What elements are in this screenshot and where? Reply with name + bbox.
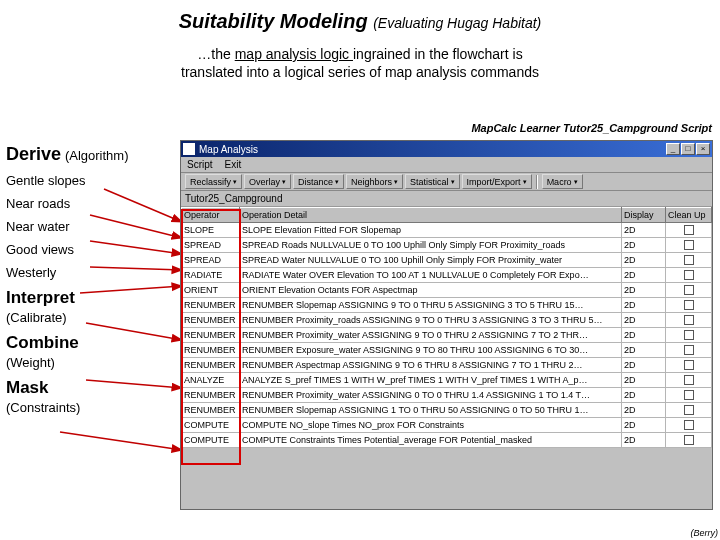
table-row[interactable]: SPREADSPREAD Roads NULLVALUE 0 TO 100 Up… bbox=[182, 238, 712, 253]
checkbox-icon[interactable] bbox=[684, 255, 694, 265]
close-button[interactable]: × bbox=[696, 143, 710, 155]
cell-detail: SPREAD Water NULLVALUE 0 TO 100 Uphill O… bbox=[240, 253, 622, 268]
tool-overlay[interactable]: Overlay▾ bbox=[244, 174, 291, 189]
checkbox-icon[interactable] bbox=[684, 420, 694, 430]
tool-reclassify[interactable]: Reclassify▾ bbox=[185, 174, 242, 189]
combine-sub: (Weight) bbox=[6, 355, 176, 370]
svg-line-7 bbox=[60, 432, 182, 450]
criterion-near-roads: Near roads bbox=[6, 196, 176, 211]
interpret-sub: (Calibrate) bbox=[6, 310, 176, 325]
cell-operator: SLOPE bbox=[182, 223, 240, 238]
col-cleanup[interactable]: Clean Up bbox=[666, 208, 712, 223]
cell-cleanup[interactable] bbox=[666, 298, 712, 313]
table-row[interactable]: ORIENTORIENT Elevation Octants FOR Aspec… bbox=[182, 283, 712, 298]
table-row[interactable]: SLOPESLOPE Elevation Fitted FOR Slopemap… bbox=[182, 223, 712, 238]
col-display[interactable]: Display bbox=[622, 208, 666, 223]
cell-detail: SPREAD Roads NULLVALUE 0 TO 100 Uphill O… bbox=[240, 238, 622, 253]
table-row[interactable]: COMPUTECOMPUTE Constraints Times Potenti… bbox=[182, 433, 712, 448]
maximize-button[interactable]: □ bbox=[681, 143, 695, 155]
minimize-button[interactable]: _ bbox=[666, 143, 680, 155]
cell-cleanup[interactable] bbox=[666, 223, 712, 238]
table-row[interactable]: ANALYZEANALYZE S_pref TIMES 1 WITH W_pre… bbox=[182, 373, 712, 388]
tool-statistical[interactable]: Statistical▾ bbox=[405, 174, 460, 189]
cell-detail: RADIATE Water OVER Elevation TO 100 AT 1… bbox=[240, 268, 622, 283]
derive-sub: (Algorithm) bbox=[65, 148, 129, 163]
cell-operator: COMPUTE bbox=[182, 433, 240, 448]
cell-operator: ANALYZE bbox=[182, 373, 240, 388]
cell-detail: RENUMBER Proximity_roads ASSIGNING 9 TO … bbox=[240, 313, 622, 328]
cell-operator: SPREAD bbox=[182, 253, 240, 268]
checkbox-icon[interactable] bbox=[684, 405, 694, 415]
cell-display: 2D bbox=[622, 238, 666, 253]
checkbox-icon[interactable] bbox=[684, 240, 694, 250]
checkbox-icon[interactable] bbox=[684, 390, 694, 400]
criterion-gentle-slopes: Gentle slopes bbox=[6, 173, 176, 188]
cell-cleanup[interactable] bbox=[666, 418, 712, 433]
script-name: Tutor25_Campground bbox=[181, 191, 712, 207]
cell-operator: RADIATE bbox=[182, 268, 240, 283]
checkbox-icon[interactable] bbox=[684, 435, 694, 445]
tool-distance[interactable]: Distance▾ bbox=[293, 174, 344, 189]
table-row[interactable]: RENUMBERRENUMBER Slopemap ASSIGNING 1 TO… bbox=[182, 403, 712, 418]
cell-display: 2D bbox=[622, 298, 666, 313]
checkbox-icon[interactable] bbox=[684, 270, 694, 280]
checkbox-icon[interactable] bbox=[684, 345, 694, 355]
operations-grid[interactable]: Operator Operation Detail Display Clean … bbox=[181, 207, 712, 448]
table-row[interactable]: RADIATERADIATE Water OVER Elevation TO 1… bbox=[182, 268, 712, 283]
cell-display: 2D bbox=[622, 313, 666, 328]
tool-macro[interactable]: Macro▾ bbox=[542, 174, 583, 189]
cell-display: 2D bbox=[622, 433, 666, 448]
mask-heading: Mask bbox=[6, 378, 176, 398]
cell-cleanup[interactable] bbox=[666, 328, 712, 343]
cell-detail: RENUMBER Slopemap ASSIGNING 9 TO 0 THRU … bbox=[240, 298, 622, 313]
cell-display: 2D bbox=[622, 403, 666, 418]
cell-cleanup[interactable] bbox=[666, 433, 712, 448]
criterion-good-views: Good views bbox=[6, 242, 176, 257]
checkbox-icon[interactable] bbox=[684, 360, 694, 370]
criterion-near-water: Near water bbox=[6, 219, 176, 234]
mask-sub: (Constraints) bbox=[6, 400, 176, 415]
table-row[interactable]: RENUMBERRENUMBER Proximity_water ASSIGNI… bbox=[182, 328, 712, 343]
checkbox-icon[interactable] bbox=[684, 225, 694, 235]
checkbox-icon[interactable] bbox=[684, 285, 694, 295]
menu-exit[interactable]: Exit bbox=[225, 159, 242, 170]
cell-detail: RENUMBER Exposure_water ASSIGNING 9 TO 8… bbox=[240, 343, 622, 358]
cell-cleanup[interactable] bbox=[666, 403, 712, 418]
cell-operator: RENUMBER bbox=[182, 328, 240, 343]
table-row[interactable]: SPREADSPREAD Water NULLVALUE 0 TO 100 Up… bbox=[182, 253, 712, 268]
menu-script[interactable]: Script bbox=[187, 159, 213, 170]
title-sub: (Evaluating Hugag Habitat) bbox=[373, 15, 541, 31]
col-detail[interactable]: Operation Detail bbox=[240, 208, 622, 223]
table-row[interactable]: RENUMBERRENUMBER Proximity_roads ASSIGNI… bbox=[182, 313, 712, 328]
cell-cleanup[interactable] bbox=[666, 238, 712, 253]
cell-operator: RENUMBER bbox=[182, 298, 240, 313]
cell-detail: RENUMBER Proximity_water ASSIGNING 0 TO … bbox=[240, 388, 622, 403]
cell-cleanup[interactable] bbox=[666, 358, 712, 373]
checkbox-icon[interactable] bbox=[684, 315, 694, 325]
table-row[interactable]: RENUMBERRENUMBER Slopemap ASSIGNING 9 TO… bbox=[182, 298, 712, 313]
cell-cleanup[interactable] bbox=[666, 268, 712, 283]
cell-display: 2D bbox=[622, 253, 666, 268]
cell-operator: RENUMBER bbox=[182, 313, 240, 328]
checkbox-icon[interactable] bbox=[684, 300, 694, 310]
window-titlebar[interactable]: Map Analysis _ □ × bbox=[181, 141, 712, 157]
col-operator[interactable]: Operator bbox=[182, 208, 240, 223]
tool-neighbors[interactable]: Neighbors▾ bbox=[346, 174, 403, 189]
cell-cleanup[interactable] bbox=[666, 388, 712, 403]
table-row[interactable]: RENUMBERRENUMBER Exposure_water ASSIGNIN… bbox=[182, 343, 712, 358]
cell-cleanup[interactable] bbox=[666, 283, 712, 298]
tool-importexport[interactable]: Import/Export▾ bbox=[462, 174, 532, 189]
cell-cleanup[interactable] bbox=[666, 253, 712, 268]
table-row[interactable]: RENUMBERRENUMBER Aspectmap ASSIGNING 9 T… bbox=[182, 358, 712, 373]
cell-cleanup[interactable] bbox=[666, 343, 712, 358]
cell-detail: ORIENT Elevation Octants FOR Aspectmap bbox=[240, 283, 622, 298]
cell-operator: COMPUTE bbox=[182, 418, 240, 433]
cell-cleanup[interactable] bbox=[666, 313, 712, 328]
table-row[interactable]: RENUMBERRENUMBER Proximity_water ASSIGNI… bbox=[182, 388, 712, 403]
table-row[interactable]: COMPUTECOMPUTE NO_slope Times NO_prox FO… bbox=[182, 418, 712, 433]
checkbox-icon[interactable] bbox=[684, 330, 694, 340]
grid-header-row: Operator Operation Detail Display Clean … bbox=[182, 208, 712, 223]
cell-cleanup[interactable] bbox=[666, 373, 712, 388]
checkbox-icon[interactable] bbox=[684, 375, 694, 385]
page-title: Suitability Modeling (Evaluating Hugag H… bbox=[0, 0, 720, 33]
